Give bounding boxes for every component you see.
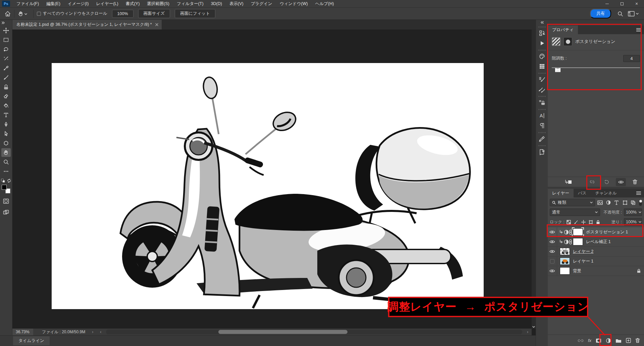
toolbar-expand-icon[interactable] — [0, 20, 12, 26]
filter-type-layers-icon[interactable] — [613, 199, 620, 206]
foreground-color-swatch[interactable] — [2, 185, 7, 190]
maximize-button[interactable] — [614, 0, 629, 7]
clip-to-layer-button[interactable] — [564, 178, 574, 186]
screen-mode-button[interactable] — [1, 208, 11, 217]
add-layer-mask-button[interactable] — [596, 338, 601, 343]
filter-toggle-switch[interactable] — [639, 199, 642, 206]
new-group-button[interactable] — [615, 338, 622, 343]
canvas-area[interactable] — [12, 30, 532, 329]
lock-position-icon[interactable] — [581, 220, 586, 224]
visibility-toggle[interactable] — [548, 237, 557, 246]
document-canvas[interactable] — [52, 63, 484, 309]
paint-bucket-tool[interactable] — [1, 101, 11, 110]
actions-panel-icon[interactable] — [537, 38, 547, 48]
layer-filter-dropdown[interactable]: 種類 — [550, 199, 595, 206]
paragraph-panel-icon[interactable] — [537, 121, 547, 131]
layer-row-posterize[interactable]: ポスタリゼーション 1 — [548, 227, 644, 237]
scroll-all-windows-checkbox[interactable] — [37, 12, 41, 16]
delete-layer-button[interactable] — [635, 338, 640, 343]
close-button[interactable]: × — [629, 0, 644, 7]
default-colors-icon[interactable] — [1, 179, 5, 183]
menu-layer[interactable]: レイヤー(L) — [93, 0, 122, 7]
delete-adjustment-button[interactable] — [630, 178, 640, 186]
eraser-tool[interactable] — [1, 92, 11, 101]
chevron-down-icon[interactable] — [24, 13, 27, 16]
marquee-tool[interactable] — [1, 36, 11, 44]
layer-row-layer1[interactable]: レイヤー 1 — [548, 256, 644, 266]
blend-mode-dropdown[interactable]: 通常 — [550, 209, 600, 216]
layer-name[interactable]: ポスタリゼーション 1 — [586, 229, 628, 235]
layer-mask-icon[interactable] — [564, 37, 572, 46]
horizontal-scrollbar[interactable] — [106, 330, 522, 334]
move-tool[interactable] — [1, 26, 11, 35]
tab-channels[interactable]: チャンネル — [591, 189, 621, 197]
timeline-tab[interactable]: タイムライン — [13, 336, 50, 345]
brush-settings-panel-icon[interactable] — [537, 74, 547, 84]
visibility-toggle[interactable] — [548, 247, 557, 256]
toggle-visibility-button[interactable] — [616, 178, 626, 186]
workspace-switcher-icon[interactable] — [628, 11, 639, 16]
menu-help[interactable]: ヘルプ(H) — [312, 0, 338, 7]
menu-view[interactable]: 表示(V) — [226, 0, 247, 7]
new-adjustment-layer-button[interactable] — [606, 338, 611, 343]
layer-thumbnail[interactable] — [560, 267, 570, 275]
search-icon[interactable] — [617, 11, 623, 17]
filter-pixel-layers-icon[interactable] — [597, 199, 603, 206]
layer-mask-thumbnail[interactable] — [573, 238, 583, 245]
color-panel-icon[interactable] — [537, 51, 547, 61]
history-panel-icon[interactable] — [537, 28, 547, 38]
layer-name[interactable]: 背景 — [573, 268, 581, 274]
layer-thumbnail[interactable] — [560, 257, 570, 265]
zoom-100-button[interactable]: 100% — [112, 10, 133, 18]
link-layers-button[interactable] — [578, 339, 584, 343]
scroll-left-icon[interactable]: ‹ — [97, 330, 105, 334]
menu-plugins[interactable]: プラグイン — [247, 0, 276, 7]
link-mask-button[interactable] — [588, 178, 598, 186]
visibility-toggle[interactable] — [548, 256, 557, 266]
layer-name[interactable]: レイヤー 1 — [573, 258, 593, 264]
filter-shape-layers-icon[interactable] — [622, 199, 628, 206]
lasso-tool[interactable] — [1, 45, 11, 54]
menu-image[interactable]: イメージ(I) — [64, 0, 93, 7]
clone-source-panel-icon[interactable] — [537, 98, 547, 108]
menu-type[interactable]: 書式(Y) — [122, 0, 144, 7]
menu-edit[interactable]: 編集(E) — [43, 0, 64, 7]
document-tab[interactable]: 名称未設定 1.psd @ 36.7% (ポスタリゼーション 1, レイヤーマス… — [12, 20, 162, 30]
lock-all-icon[interactable] — [596, 220, 600, 224]
pen-tool[interactable] — [1, 120, 11, 129]
menu-3d[interactable]: 3D(D) — [207, 0, 226, 7]
menu-window[interactable]: ウィンドウ(W) — [276, 0, 312, 7]
edit-toolbar-icon[interactable] — [1, 167, 11, 176]
swatches-panel-icon[interactable] — [537, 61, 547, 71]
foreground-background-swatches[interactable] — [2, 185, 10, 193]
visibility-toggle[interactable] — [548, 266, 557, 276]
tab-close-icon[interactable] — [155, 23, 158, 26]
zoom-tool[interactable] — [1, 158, 11, 166]
new-layer-button[interactable] — [626, 338, 631, 343]
filter-adjustment-layers-icon[interactable] — [605, 199, 611, 206]
hand-tool[interactable] — [1, 148, 11, 157]
home-icon[interactable] — [5, 11, 11, 17]
hand-tool-option-icon[interactable] — [18, 11, 24, 17]
layer-style-button[interactable]: fx — [588, 338, 591, 343]
levels-slider-thumb[interactable] — [555, 68, 560, 72]
clone-stamp-tool[interactable] — [1, 82, 11, 91]
object-selection-tool[interactable] — [1, 54, 11, 63]
layers-menu-icon[interactable] — [636, 189, 644, 197]
layer-thumbnail[interactable] — [560, 248, 570, 255]
swap-colors-icon[interactable] — [7, 179, 11, 183]
libraries-panel-icon[interactable] — [537, 147, 547, 157]
filter-smart-objects-icon[interactable] — [630, 199, 636, 206]
levels-value-input[interactable]: 4 — [623, 55, 640, 62]
layer-row-layer2[interactable]: レイヤー 2 — [548, 247, 644, 256]
tab-paths[interactable]: パス — [574, 189, 591, 197]
lock-transparent-icon[interactable] — [567, 220, 571, 224]
tab-layers[interactable]: レイヤー — [548, 189, 574, 197]
lock-artboard-icon[interactable] — [589, 220, 593, 224]
minimize-button[interactable] — [600, 0, 614, 7]
levels-slider[interactable] — [552, 67, 640, 72]
vertical-scrollbar[interactable] — [532, 30, 536, 329]
fit-screen-button[interactable]: 画面にフィット — [175, 9, 215, 18]
menu-file[interactable]: ファイル(F) — [13, 0, 43, 7]
layer-row-background[interactable]: 背景 — [548, 266, 644, 276]
